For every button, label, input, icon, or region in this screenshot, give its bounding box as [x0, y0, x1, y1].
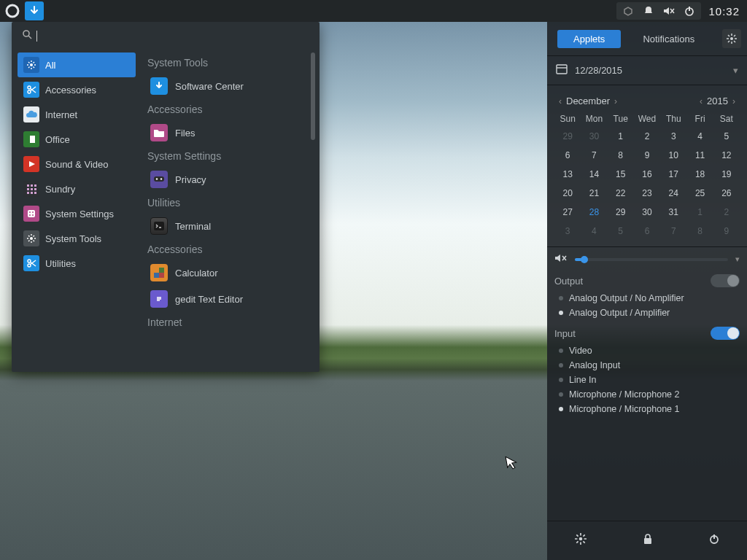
category-sound-video[interactable]: Sound & Video [18, 152, 136, 176]
calendar-day[interactable]: 31 [660, 203, 686, 222]
category-all[interactable]: All [18, 52, 136, 77]
calendar-day[interactable]: 28 [581, 203, 607, 222]
calendar-day[interactable]: 8 [686, 222, 713, 241]
output-option[interactable]: Analog Output / Amplifier [559, 308, 740, 318]
category-office[interactable]: Office [18, 127, 136, 152]
app-calculator[interactable]: Calculator [142, 260, 306, 286]
app-scrollbar[interactable] [311, 52, 315, 363]
calendar-day[interactable]: 22 [608, 184, 634, 203]
category-system-settings[interactable]: System Settings [18, 201, 136, 226]
volume-expand-button[interactable]: ▾ [735, 254, 740, 264]
calendar-day[interactable]: 9 [634, 146, 660, 165]
footer-power-button[interactable] [709, 533, 719, 547]
category-accessories[interactable]: Accessories [18, 77, 136, 102]
month-next-button[interactable]: › [610, 96, 622, 106]
calendar-day[interactable]: 29 [608, 203, 634, 222]
category-sundry[interactable]: Sundry [18, 176, 136, 201]
calendar-day[interactable]: 30 [634, 203, 660, 222]
category-label: Sound & Video [45, 159, 109, 170]
app-privacy[interactable]: Privacy [142, 166, 306, 192]
notifications-indicator-icon[interactable] [621, 4, 635, 18]
calendar-day[interactable]: 25 [686, 184, 713, 203]
calendar-day[interactable]: 20 [554, 184, 581, 203]
output-toggle[interactable]: ✕ [711, 274, 740, 287]
calendar-day[interactable]: 10 [660, 146, 686, 165]
calendar-day[interactable]: 2 [713, 203, 740, 222]
calendar-day[interactable]: 16 [634, 165, 660, 184]
calendar-day[interactable]: 21 [581, 184, 607, 203]
calendar-day[interactable]: 3 [554, 222, 581, 241]
calendar-day[interactable]: 2 [634, 127, 660, 146]
calendar-day[interactable]: 19 [713, 165, 740, 184]
calendar-day[interactable]: 6 [634, 222, 660, 241]
input-option[interactable]: Microphone / Microphone 1 [559, 404, 740, 414]
calendar-day[interactable]: 8 [608, 146, 634, 165]
calendar-day[interactable]: 6 [554, 146, 581, 165]
year-prev-button[interactable]: ‹ [695, 96, 707, 106]
app-gedit-text-editor[interactable]: gedit Text Editor [142, 286, 306, 312]
calendar-day[interactable]: 12 [713, 146, 740, 165]
chevron-down-icon: ▾ [733, 65, 738, 76]
bell-icon[interactable] [641, 4, 656, 18]
calendar-day[interactable]: 5 [713, 127, 740, 146]
calendar-day[interactable]: 15 [608, 165, 634, 184]
calendar-day[interactable]: 4 [686, 127, 713, 146]
calendar-day[interactable]: 5 [608, 222, 634, 241]
app-label: gedit Text Editor [175, 294, 243, 305]
clock[interactable]: 10:32 [708, 5, 740, 18]
calendar-day[interactable]: 29 [554, 127, 581, 146]
calendar-day[interactable]: 27 [554, 203, 581, 222]
raven-settings-button[interactable] [722, 29, 741, 48]
month-prev-button[interactable]: ‹ [554, 96, 566, 106]
input-option[interactable]: Microphone / Microphone 2 [559, 389, 740, 400]
svg-rect-17 [34, 192, 36, 194]
svg-point-19 [29, 211, 31, 213]
calendar-day[interactable]: 24 [660, 184, 686, 203]
calendar-day[interactable]: 4 [581, 222, 607, 241]
footer-lock-button[interactable] [643, 533, 653, 547]
app-files[interactable]: Files [142, 120, 306, 146]
calendar-day[interactable]: 7 [581, 146, 607, 165]
software-updater-button[interactable] [25, 1, 44, 20]
calendar-day[interactable]: 30 [581, 127, 607, 146]
svg-point-4 [30, 63, 33, 66]
footer-settings-button[interactable] [575, 533, 587, 547]
calendar-day[interactable]: 1 [686, 203, 713, 222]
output-option[interactable]: Analog Output / No Amplifier [559, 293, 740, 303]
scrollbar-thumb[interactable] [311, 52, 315, 140]
menu-search-input[interactable] [42, 29, 309, 42]
input-option[interactable]: Line In [559, 375, 740, 385]
input-option[interactable]: Video [559, 346, 740, 356]
tab-notifications[interactable]: Notifications [627, 30, 711, 48]
tab-applets[interactable]: Applets [557, 30, 621, 48]
calendar-day[interactable]: 13 [554, 165, 581, 184]
power-icon[interactable] [682, 4, 697, 18]
calendar-date-row[interactable]: 12/28/2015 ▾ [547, 55, 747, 85]
year-next-button[interactable]: › [728, 96, 740, 106]
calendar-day[interactable]: 9 [713, 222, 740, 241]
calendar-day[interactable]: 14 [581, 165, 607, 184]
volume-slider[interactable] [575, 258, 728, 261]
calendar-day[interactable]: 23 [634, 184, 660, 203]
calendar-day[interactable]: 11 [686, 146, 713, 165]
category-internet[interactable]: Internet [18, 102, 136, 127]
input-toggle[interactable] [711, 327, 740, 340]
budgie-menu-button[interactable] [3, 1, 22, 20]
calendar-day[interactable]: 17 [660, 165, 686, 184]
category-system-tools[interactable]: System Tools [18, 226, 136, 251]
app-group-header: Accessories [142, 239, 306, 260]
svg-rect-10 [31, 184, 33, 187]
calendar-day[interactable]: 26 [713, 184, 740, 203]
output-device-list: Analog Output / No AmplifierAnalog Outpu… [554, 289, 740, 319]
category-utilities[interactable]: Utilities [18, 251, 136, 276]
volume-muted-icon[interactable] [662, 4, 676, 18]
app-group-header: System Settings [142, 146, 306, 166]
input-option[interactable]: Analog Input [559, 360, 740, 370]
calendar-day[interactable]: 3 [660, 127, 686, 146]
calendar-day[interactable]: 1 [608, 127, 634, 146]
app-software-center[interactable]: Software Center [142, 73, 306, 99]
app-terminal[interactable]: Terminal [142, 213, 306, 239]
calendar-day[interactable]: 7 [660, 222, 686, 241]
calendar-day[interactable]: 18 [686, 165, 713, 184]
volume-muted-icon[interactable] [554, 253, 568, 265]
